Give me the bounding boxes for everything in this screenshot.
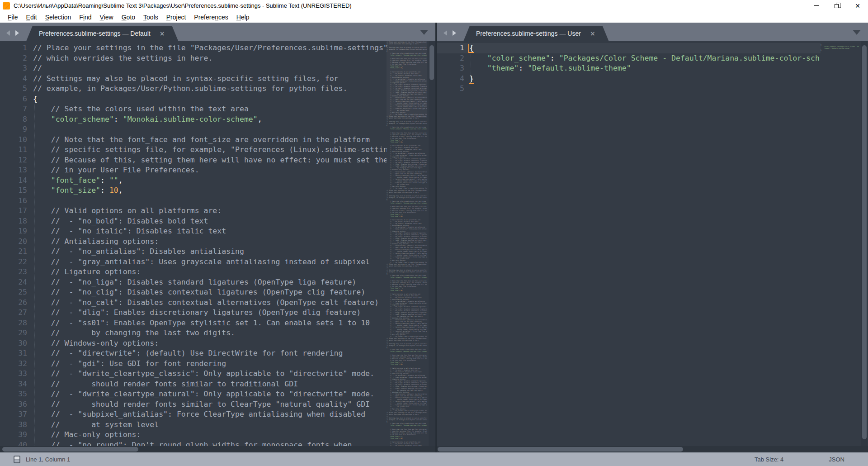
code-line: // - "dwrite_cleartype_classic": Only ap… (33, 369, 387, 379)
code-editor-default[interactable]: 1234567891011121314151617181920212223242… (0, 41, 435, 446)
tab-preferences-user[interactable]: Preferences.sublime-settings — User × (463, 26, 609, 41)
brace-match-underline (469, 52, 474, 53)
menu-find[interactable]: Find (75, 12, 95, 22)
minimize-button[interactable] (806, 0, 826, 11)
code-line: // - "subpixel_antialias": Force ClearTy… (33, 409, 387, 420)
code-line (33, 196, 387, 206)
line-number: 40 (0, 440, 27, 447)
code-line: { (33, 94, 387, 105)
code-line: "font_face": "", (33, 176, 387, 186)
menu-goto[interactable]: Goto (118, 12, 139, 22)
chevron-right-icon[interactable] (453, 30, 456, 36)
syntax-indicator[interactable]: JSON (829, 456, 844, 463)
menu-file[interactable]: File (4, 12, 22, 22)
code-line: // - "no_italic": Disables italic text (33, 226, 387, 237)
line-number: 3 (0, 63, 27, 74)
tab-size-indicator[interactable]: Tab Size: 4 (755, 456, 783, 463)
line-number: 12 (0, 155, 27, 166)
line-number: 36 (0, 399, 27, 410)
menu-help[interactable]: Help (232, 12, 254, 22)
chevron-left-icon[interactable] (443, 30, 447, 36)
line-number: 4 (0, 74, 27, 84)
tab-label: Preferences.sublime-settings — User (476, 30, 581, 37)
line-number: 27 (0, 308, 27, 318)
code-line: "color_scheme": "Packages/Color Scheme -… (469, 53, 820, 64)
close-button[interactable]: ✕ (847, 0, 868, 11)
code-line: // Note that the font_face and font_size… (33, 135, 387, 145)
vertical-scrollbar[interactable] (861, 41, 868, 446)
status-window-icon[interactable] (14, 456, 20, 463)
line-number: 10 (0, 135, 27, 145)
horizontal-scrollbar-thumb[interactable] (2, 447, 138, 452)
menu-preferences[interactable]: Preferences (190, 12, 232, 22)
menu-tools[interactable]: Tools (139, 12, 162, 22)
menu-bar: FileEditSelectionFindViewGotoToolsProjec… (0, 11, 868, 23)
code-line: // should render fonts similar to tradit… (33, 379, 387, 390)
code-text: // Place your settings in the file "Pack… (33, 43, 387, 446)
code-line: // Valid options on all platforms are: (33, 206, 387, 216)
vertical-scrollbar-thumb[interactable] (862, 45, 867, 439)
status-bar: Line 1, Column 1 Tab Size: 4 JSON (0, 452, 868, 466)
code-editor-user[interactable]: 12345 { "color_scheme": "Packages/Color … (437, 41, 868, 446)
line-number: 3 (437, 63, 464, 74)
brace-match-underline (469, 83, 474, 84)
chevron-down-icon[interactable] (853, 30, 861, 35)
code-line: // - "no_antialias": Disables antialiasi… (33, 247, 387, 257)
code-text: { "color_scheme": "Packages/Color Scheme… (469, 43, 820, 94)
code-line: // should render fonts similar to ClearT… (33, 399, 387, 410)
code-line: // - "no_calt": Disables contextual alte… (33, 298, 387, 308)
line-number: 4 (437, 74, 464, 84)
text-caret (468, 44, 469, 53)
line-number: 21 (0, 247, 27, 257)
tab-nav-arrows (0, 30, 26, 41)
menu-selection[interactable]: Selection (41, 12, 75, 22)
minimap[interactable]: // Place your settings in the file "Pack… (387, 41, 427, 446)
window-controls: ✕ (806, 0, 868, 11)
chevron-right-icon[interactable] (15, 30, 19, 36)
tab-close-icon[interactable]: × (590, 30, 595, 37)
tab-label: Preferences.sublime-settings — Default (39, 30, 151, 37)
horizontal-scrollbar[interactable] (0, 446, 435, 452)
code-line: { (469, 43, 820, 53)
code-line: // Ligature options: (33, 267, 387, 277)
code-line (469, 84, 820, 94)
horizontal-scrollbar[interactable] (437, 446, 868, 452)
code-line (33, 124, 387, 135)
line-number: 28 (0, 318, 27, 328)
chevron-left-icon[interactable] (6, 30, 10, 36)
code-line: "theme": "Default.sublime-theme" (469, 63, 820, 74)
tab-nav-arrows (437, 30, 463, 41)
vertical-scrollbar[interactable] (429, 41, 435, 446)
menu-edit[interactable]: Edit (22, 12, 41, 22)
line-number: 15 (0, 185, 27, 196)
line-number: 14 (0, 176, 27, 186)
menu-view[interactable]: View (96, 12, 118, 22)
line-number: 34 (0, 379, 27, 390)
vertical-scrollbar-thumb[interactable] (429, 45, 434, 80)
code-line: // at system level (33, 420, 387, 430)
tab-bar-right: Preferences.sublime-settings — User × (437, 23, 868, 41)
line-number: 30 (0, 338, 27, 349)
code-line: // Sets the colors used within the text … (33, 104, 387, 114)
horizontal-scrollbar-thumb[interactable] (438, 447, 683, 452)
line-number: 26 (0, 298, 27, 308)
line-number-gutter: 1234567891011121314151617181920212223242… (0, 43, 27, 446)
restore-button[interactable] (826, 0, 847, 11)
code-line: // - "no_bold": Disables bold text (33, 216, 387, 227)
line-number: 38 (0, 420, 27, 430)
code-line: // Windows-only options: (33, 338, 387, 349)
pane-default-settings: Preferences.sublime-settings — Default ×… (0, 23, 435, 452)
tab-preferences-default[interactable]: Preferences.sublime-settings — Default × (26, 26, 178, 41)
code-line: // - "gray_antialias": Uses grayscale an… (33, 257, 387, 267)
minimap[interactable]: { "color_scheme": "Packages/Color Scheme… (821, 41, 859, 446)
line-number-gutter: 12345 (437, 43, 464, 94)
line-number: 22 (0, 257, 27, 267)
line-number: 19 (0, 226, 27, 237)
code-line: // example, in Packages/User/Python.subl… (33, 84, 387, 94)
chevron-down-icon[interactable] (420, 30, 428, 35)
line-number: 35 (0, 389, 27, 399)
menu-project[interactable]: Project (162, 12, 190, 22)
code-line: "font_size": 10, (33, 185, 387, 196)
code-line: // - "no_clig": Disables contextual liga… (33, 287, 387, 298)
tab-close-icon[interactable]: × (160, 30, 165, 37)
